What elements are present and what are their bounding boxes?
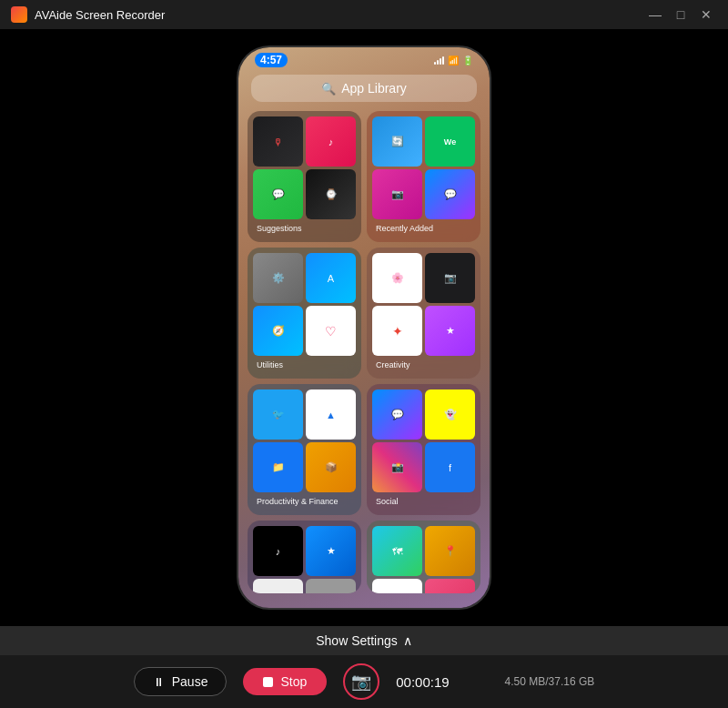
title-bar-controls: — □ ✕ bbox=[644, 4, 717, 25]
pause-label: Pause bbox=[172, 674, 208, 689]
mini-icon: 📦 bbox=[306, 442, 356, 492]
googlephotos-icon: ✦ bbox=[372, 306, 422, 356]
heart2-icon: ♥ bbox=[425, 579, 475, 593]
search-bar[interactable]: 🔍 App Library bbox=[251, 75, 477, 102]
stop-label: Stop bbox=[280, 674, 307, 689]
phone-screen: 4:57 📶 🔋 🔍 App Library bbox=[238, 47, 490, 608]
social-icons: 💬 👻 📸 f bbox=[372, 389, 475, 492]
signal-bars-icon bbox=[434, 56, 444, 65]
bottom-bar: Show Settings ∧ ⏸ Pause Stop 📷 00:00:19 … bbox=[0, 626, 728, 708]
status-bar: 4:57 📶 🔋 bbox=[238, 47, 490, 69]
creativity-icons: 🌸 📷 ✦ ★ bbox=[372, 253, 475, 356]
grid-row-1: 🎙 ♪ 💬 ⌚ Suggestions 🔄 bbox=[248, 111, 480, 242]
tiktok-icon: ♪ bbox=[253, 526, 303, 576]
instagram-icon: 📸 bbox=[372, 442, 422, 492]
safari-icon: 🧭 bbox=[253, 306, 303, 356]
gmail-icon: M bbox=[372, 579, 422, 593]
voicememos-icon: 🎙 bbox=[253, 116, 303, 167]
utilities-cell[interactable]: ⚙️ A 🧭 ♡ Utilities bbox=[248, 248, 361, 379]
main-area: 4:57 📶 🔋 🔍 App Library bbox=[0, 29, 728, 626]
facebook-icon: f bbox=[425, 442, 475, 492]
camera-snapshot-button[interactable]: 📷 bbox=[343, 663, 379, 700]
app-logo bbox=[11, 6, 27, 23]
watchfaces-icon: ⌚ bbox=[306, 169, 356, 219]
storage-display: 4.50 MB/37.16 GB bbox=[494, 675, 594, 688]
settings-icon: ⚙️ bbox=[253, 253, 303, 303]
messages-icon: 💬 bbox=[253, 169, 303, 219]
utilities-icons: ⚙️ A 🧭 ♡ bbox=[253, 253, 356, 356]
status-icons: 📶 🔋 bbox=[434, 56, 473, 66]
photos-icon: 🌸 bbox=[372, 253, 422, 303]
social-label: Social bbox=[372, 495, 475, 510]
extra1-icon bbox=[253, 579, 303, 593]
files-icon: 📁 bbox=[253, 442, 303, 492]
drive-icon: ▲ bbox=[306, 389, 356, 440]
pause-icon: ⏸ bbox=[153, 675, 165, 689]
social-cell[interactable]: 💬 👻 📸 f Social bbox=[367, 384, 480, 515]
productivity-icons: 🐦 ▲ 📁 📦 bbox=[253, 389, 356, 492]
productivity-label: Productivity & Finance bbox=[253, 495, 356, 510]
app-title: AVAide Screen Recorder bbox=[35, 8, 165, 22]
extra2-icon bbox=[306, 579, 356, 593]
messenger2-icon: 💬 bbox=[372, 389, 422, 440]
search-placeholder: App Library bbox=[341, 81, 407, 96]
app-grid: 🎙 ♪ 💬 ⌚ Suggestions 🔄 bbox=[238, 111, 490, 593]
music-icon: ♪ bbox=[306, 116, 356, 167]
transfer-icon: 🔄 bbox=[372, 116, 422, 167]
travel-cell[interactable]: 🗺 📍 M ♥ bbox=[367, 521, 480, 593]
camera-icon: 📷 bbox=[351, 672, 371, 692]
status-time: 4:57 bbox=[255, 53, 288, 67]
productivity-cell[interactable]: 🐦 ▲ 📁 📦 Productivity & Finance bbox=[248, 384, 361, 515]
messenger-icon: 💬 bbox=[425, 169, 475, 219]
travel-icons: 🗺 📍 M ♥ bbox=[372, 526, 475, 593]
inshot-icon: 📷 bbox=[372, 169, 422, 219]
suggestions-label: Suggestions bbox=[253, 222, 356, 237]
entertainment-cell[interactable]: ♪ ★ bbox=[248, 521, 361, 593]
suggestions-cell[interactable]: 🎙 ♪ 💬 ⌚ Suggestions bbox=[248, 111, 361, 242]
timer-display: 00:00:19 bbox=[396, 674, 478, 690]
recently-added-icons: 🔄 We 📷 💬 bbox=[372, 116, 475, 219]
close-button[interactable]: ✕ bbox=[695, 4, 717, 25]
minimize-button[interactable]: — bbox=[644, 4, 666, 25]
title-bar-left: AVAide Screen Recorder bbox=[11, 6, 165, 23]
phone-frame: 4:57 📶 🔋 🔍 App Library bbox=[237, 46, 491, 610]
entertainment-icons: ♪ ★ bbox=[253, 526, 356, 593]
grid-row-2: ⚙️ A 🧭 ♡ Utilities 🌸 bbox=[248, 248, 480, 379]
camera-icon: 📷 bbox=[425, 253, 475, 303]
appstore-icon: A bbox=[306, 253, 356, 303]
starburst-icon: ★ bbox=[425, 306, 475, 356]
wechatwork-icon: We bbox=[425, 116, 475, 167]
search-icon: 🔍 bbox=[321, 82, 336, 96]
maximize-button[interactable]: □ bbox=[670, 4, 692, 25]
chevron-up-icon: ∧ bbox=[403, 633, 412, 648]
battery-icon: 🔋 bbox=[462, 56, 473, 66]
testflight-icon: ★ bbox=[306, 526, 356, 576]
suggestions-icons: 🎙 ♪ 💬 ⌚ bbox=[253, 116, 356, 219]
health-icon: ♡ bbox=[306, 306, 356, 356]
grid-row-4: ♪ ★ 🗺 📍 M bbox=[248, 521, 480, 593]
recently-added-cell[interactable]: 🔄 We 📷 💬 Recently Added bbox=[367, 111, 480, 242]
show-settings-bar[interactable]: Show Settings ∧ bbox=[0, 626, 728, 655]
controls-bar: ⏸ Pause Stop 📷 00:00:19 4.50 MB/37.16 GB bbox=[0, 655, 728, 708]
title-bar: AVAide Screen Recorder — □ ✕ bbox=[0, 0, 728, 29]
wifi-icon: 📶 bbox=[448, 56, 459, 66]
recently-added-label: Recently Added bbox=[372, 222, 475, 237]
routd-icon: 📍 bbox=[425, 526, 475, 576]
stop-button[interactable]: Stop bbox=[243, 668, 327, 695]
snapchat-icon: 👻 bbox=[425, 389, 475, 440]
show-settings-label: Show Settings bbox=[316, 633, 398, 648]
maps-icon: 🗺 bbox=[372, 526, 422, 576]
twitter-icon: 🐦 bbox=[253, 389, 303, 440]
creativity-cell[interactable]: 🌸 📷 ✦ ★ Creativity bbox=[367, 248, 480, 379]
pause-button[interactable]: ⏸ Pause bbox=[134, 667, 228, 696]
utilities-label: Utilities bbox=[253, 359, 356, 373]
grid-row-3: 🐦 ▲ 📁 📦 Productivity & Finance bbox=[248, 384, 480, 515]
stop-icon bbox=[263, 677, 273, 687]
creativity-label: Creativity bbox=[372, 359, 475, 373]
